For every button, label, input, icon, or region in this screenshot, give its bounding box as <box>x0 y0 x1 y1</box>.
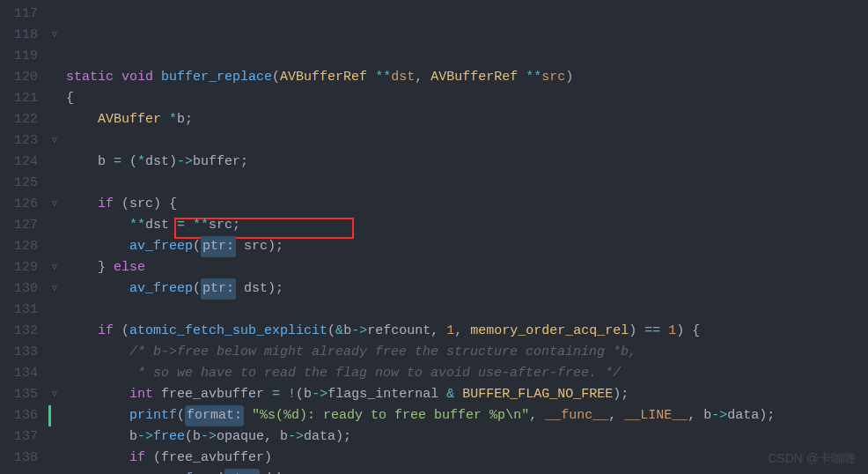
token-pun: ) <box>629 321 644 342</box>
token-pun: ( <box>193 278 201 300</box>
token-op: * <box>169 109 177 130</box>
token-const: __func__ <box>545 405 608 426</box>
token-pun: b; <box>177 109 193 130</box>
token-num: 1 <box>446 321 454 342</box>
code-area[interactable]: static void buffer_replace(AVBufferRef *… <box>61 0 868 474</box>
token-op: = <box>177 215 185 236</box>
line-number: 126 <box>0 194 38 215</box>
code-line[interactable]: b->free(b->opaque, b->data); <box>66 426 868 448</box>
fold-marker <box>48 88 61 109</box>
fold-marker[interactable]: ▽ <box>48 384 61 405</box>
code-line[interactable]: /* b->free below might already free the … <box>66 342 868 363</box>
code-line[interactable]: av_freep(ptr: dst); <box>66 278 868 300</box>
fold-marker <box>48 4 61 25</box>
token-op: ! <box>288 384 296 405</box>
line-number: 125 <box>0 173 38 194</box>
line-number: 132 <box>0 321 38 342</box>
code-line[interactable]: if (free_avbuffer) <box>66 448 868 469</box>
fold-marker[interactable]: ▽ <box>48 278 61 300</box>
token-pun: ( <box>217 469 224 474</box>
line-number: 136 <box>0 405 38 426</box>
fold-marker[interactable]: ▽ <box>48 257 61 278</box>
fold-marker[interactable]: ▽ <box>48 25 61 46</box>
token-op: -> <box>351 321 367 342</box>
line-number: 131 <box>0 300 38 321</box>
code-line[interactable]: { <box>66 88 868 109</box>
token-op: -> <box>201 426 217 448</box>
token-pun <box>518 67 526 88</box>
line-number: 138 <box>0 448 38 469</box>
token-pun: (b <box>296 384 312 405</box>
fold-marker <box>48 67 61 88</box>
code-line[interactable]: int free_avbuffer = !(b->flags_internal … <box>66 384 868 405</box>
code-line[interactable]: if (atomic_fetch_sub_explicit(&b->refcou… <box>66 321 868 342</box>
code-line[interactable]: static void buffer_replace(AVBufferRef *… <box>66 67 868 88</box>
fold-marker <box>48 300 61 321</box>
token-op: ** <box>193 215 209 236</box>
code-line[interactable]: if (src) { <box>66 194 868 215</box>
code-line[interactable]: **dst = **src; <box>66 215 868 236</box>
token-op: -> <box>711 405 727 426</box>
line-number: 128 <box>0 236 38 257</box>
line-number: 130 <box>0 278 38 300</box>
token-var: AVBufferRef <box>430 67 518 88</box>
line-number: 118 <box>0 25 38 46</box>
token-hint: ptr: <box>201 278 236 300</box>
token-var: AVBufferRef <box>280 67 367 88</box>
token-pun: buffer; <box>193 152 248 173</box>
token-pun: dst); <box>236 278 283 300</box>
token-pun: b); <box>260 469 291 474</box>
line-number-gutter: 1171181191201211221231241251261271281291… <box>0 0 48 474</box>
token-fn: av_free <box>161 469 217 474</box>
token-fn: av_freep <box>129 236 193 257</box>
line-number: 124 <box>0 152 38 173</box>
token-pun <box>280 384 288 405</box>
token-fn: buffer_replace <box>161 67 272 88</box>
code-line[interactable]: av_freep(ptr: src); <box>66 236 868 257</box>
token-fn: free <box>153 426 185 448</box>
token-pun: src); <box>236 236 283 257</box>
line-number: 133 <box>0 342 38 363</box>
code-line[interactable]: } else <box>66 257 868 278</box>
token-pun <box>185 215 193 236</box>
token-pun: ( <box>327 321 335 342</box>
code-line[interactable]: b = (*dst)->buffer; <box>66 152 868 173</box>
token-kw: if <box>129 448 145 469</box>
code-line[interactable] <box>66 173 868 194</box>
code-line[interactable]: printf(format: "%s(%d): ready to free bu… <box>66 405 868 426</box>
token-op: ** <box>375 67 391 88</box>
token-pun: src; <box>209 215 240 236</box>
fold-marker <box>48 321 61 342</box>
token-pun: , <box>529 405 545 426</box>
line-number: 121 <box>0 88 38 109</box>
token-pun <box>66 321 98 342</box>
token-pun <box>66 236 129 257</box>
token-const: __LINE__ <box>624 405 688 426</box>
line-number: 137 <box>0 426 38 448</box>
token-op: & <box>335 321 343 342</box>
code-line[interactable]: AVBuffer *b; <box>66 109 868 130</box>
fold-marker[interactable]: ▽ <box>48 194 61 215</box>
token-fn: printf <box>129 405 177 426</box>
fold-marker[interactable]: ▽ <box>48 130 61 152</box>
token-pun <box>66 342 129 363</box>
code-line[interactable] <box>66 300 868 321</box>
token-param: src <box>541 67 565 88</box>
token-pun <box>660 321 668 342</box>
token-pun: data); <box>304 426 351 448</box>
code-line[interactable]: * so we have to read the flag now to avo… <box>66 363 868 384</box>
code-line[interactable]: av_free(ptr: b); <box>66 469 868 474</box>
code-line[interactable] <box>66 130 868 152</box>
token-pun: b <box>66 426 137 448</box>
code-editor[interactable]: 1171181191201211221231241251261271281291… <box>0 0 868 474</box>
token-pun: , b <box>688 405 711 426</box>
token-pun <box>454 384 462 405</box>
token-pun: data); <box>727 405 775 426</box>
token-var: memory_order_acq_rel <box>470 321 629 342</box>
token-num: 1 <box>668 321 676 342</box>
token-pun: , <box>415 67 430 88</box>
fold-marker <box>48 215 61 236</box>
line-number: 122 <box>0 109 38 130</box>
token-op: = <box>114 152 121 173</box>
line-number: 134 <box>0 363 38 384</box>
